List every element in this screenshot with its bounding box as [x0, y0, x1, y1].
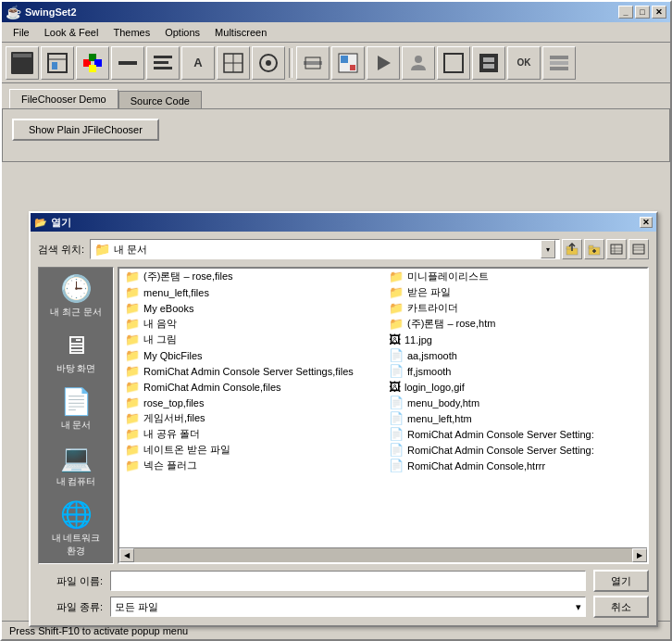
close-button[interactable]: ✕ — [652, 6, 666, 19]
list-item[interactable]: 📁 게임서버,files — [119, 410, 383, 426]
toolbar-btn-2[interactable] — [41, 46, 74, 80]
horizontal-scrollbar[interactable]: ◀ ▶ — [119, 547, 647, 562]
menu-multiscreen[interactable]: Multiscreen — [207, 25, 274, 40]
filename-input[interactable] — [110, 571, 586, 591]
up-folder-button[interactable] — [562, 239, 582, 259]
sidebar-label-documents: 내 문서 — [61, 419, 92, 432]
list-item[interactable]: 📁 받은 파일 — [383, 284, 647, 300]
file-list: 📁 (주)론탬 – rose,files 📁 미니플레이리스트 📁 menu_ — [119, 269, 647, 547]
cancel-button[interactable]: 취소 — [593, 596, 649, 618]
sidebar-item-desktop[interactable]: 🖥 바탕 화면 — [39, 324, 113, 381]
toolbar-btn-6[interactable]: A — [181, 46, 215, 80]
dialog-close-button[interactable]: ✕ — [640, 217, 653, 228]
list-item[interactable]: 📄 RomiChat Admin Console Server Setting: — [383, 426, 647, 442]
file-dialog: 📂 열기 ✕ 검색 위치: 📁 내 문서 ▾ — [29, 211, 658, 627]
content-area: FileChooser Demo Source Code Show Plain … — [2, 83, 670, 639]
toolbar-btn-16[interactable] — [542, 46, 576, 80]
list-item[interactable]: 📁 넥슨 플러그 — [119, 458, 383, 473]
list-item[interactable]: 📄 RomiChat Admin Console,htrrr — [383, 458, 647, 473]
file-name: My eBooks — [143, 303, 193, 314]
toolbar-btn-13[interactable] — [437, 46, 470, 80]
minimize-button[interactable]: _ — [618, 6, 633, 19]
file-name: 내 음악 — [143, 317, 177, 331]
create-folder-button[interactable] — [584, 239, 604, 259]
list-item[interactable]: 📄 menu_left,htm — [383, 410, 647, 426]
toolbar-btn-5[interactable] — [146, 46, 180, 80]
maximize-button[interactable]: □ — [635, 6, 650, 19]
toolbar-btn-4[interactable] — [111, 46, 144, 80]
list-item[interactable]: 📁 카트라이더 — [383, 300, 647, 316]
dialog-title-bar: 📂 열기 ✕ — [31, 213, 656, 232]
tab-filechooser[interactable]: FileChooser Demo — [9, 89, 118, 108]
title-bar-controls: _ □ ✕ — [618, 6, 666, 19]
filetype-arrow-icon[interactable]: ▾ — [576, 601, 581, 613]
menu-options[interactable]: Options — [157, 25, 207, 40]
toolbar-btn-8[interactable] — [252, 46, 285, 80]
menu-file[interactable]: File — [6, 25, 37, 40]
list-item[interactable]: 📁 menu_left,files — [119, 284, 383, 300]
list-item[interactable]: 📁 My eBooks — [119, 300, 383, 316]
toolbar-btn-15[interactable]: OK — [507, 46, 541, 80]
location-combo-text: 내 문서 — [114, 243, 541, 257]
doc-icon: 📄 — [389, 427, 404, 441]
sidebar-label-computer: 내 컴퓨터 — [56, 475, 96, 488]
list-item[interactable]: 📁 미니플레이리스트 — [383, 269, 647, 284]
sidebar-item-network[interactable]: 🌐 내 네트워크 환경 — [39, 494, 113, 563]
open-button[interactable]: 열기 — [593, 570, 649, 592]
list-item[interactable]: 📁 My QbicFiles — [119, 347, 383, 363]
scroll-left-button[interactable]: ◀ — [119, 548, 134, 562]
sidebar-item-computer[interactable]: 💻 내 컴퓨터 — [39, 437, 113, 494]
show-filechooser-button[interactable]: Show Plain JFileChooser — [12, 119, 159, 141]
toolbar-btn-7[interactable] — [217, 46, 250, 80]
list-item[interactable]: 📁 내 음악 — [119, 316, 383, 332]
view-details-button[interactable] — [628, 239, 649, 259]
folder-icon: 📁 — [125, 333, 140, 346]
list-item[interactable]: 📁 rose_top,files — [119, 395, 383, 410]
list-item[interactable]: 📁 RomiChat Admin Console,files — [119, 379, 383, 395]
scroll-track[interactable] — [134, 548, 632, 562]
toolbar-icon-8 — [257, 52, 280, 74]
menu-themes[interactable]: Themes — [106, 25, 157, 40]
window-title: SwingSet2 — [25, 6, 77, 18]
folder-icon: 📁 — [125, 364, 140, 378]
location-label: 검색 위치: — [38, 243, 84, 257]
location-dropdown-arrow[interactable]: ▾ — [541, 240, 555, 258]
list-item[interactable]: 📁 내 그림 — [119, 332, 383, 347]
view-details-icon — [632, 243, 645, 256]
file-name: RomiChat Admin Console Server Setting: — [407, 445, 594, 456]
toolbar-icon-16 — [548, 52, 570, 74]
tab-sourcecode[interactable]: Source Code — [118, 91, 202, 110]
list-item[interactable]: 📁 (주)론탬 – rose,files — [119, 269, 383, 284]
list-item[interactable]: 🖼 11.jpg — [383, 332, 647, 347]
location-combo[interactable]: 📁 내 문서 ▾ — [90, 239, 560, 259]
sidebar-item-documents[interactable]: 📄 내 문서 — [39, 381, 113, 437]
svg-rect-4 — [52, 62, 57, 69]
list-item[interactable]: 📄 RomiChat Admin Console Server Setting: — [383, 442, 647, 458]
doc-icon: 📄 — [389, 348, 404, 362]
list-item[interactable]: 🖼 login_logo,gif — [383, 379, 647, 395]
toolbar-btn-10[interactable] — [331, 46, 365, 80]
list-item[interactable]: 📄 ff,jsmooth — [383, 363, 647, 379]
list-item[interactable]: 📁 (주)론탬 – rose,htm — [383, 316, 647, 332]
toolbar-btn-11[interactable] — [367, 46, 400, 80]
toolbar-btn-1[interactable] — [6, 46, 39, 80]
file-name: (주)론탬 – rose,files — [143, 270, 233, 283]
folder-icon: 📁 — [125, 380, 140, 394]
toolbar-btn-14[interactable] — [472, 46, 505, 80]
list-item[interactable]: 📁 내 공유 폴더 — [119, 426, 383, 442]
menu-lookandfeel[interactable]: Look & Feel — [37, 25, 106, 40]
scroll-right-button[interactable]: ▶ — [632, 548, 647, 562]
svg-rect-27 — [479, 54, 498, 72]
toolbar-btn-3[interactable] — [76, 46, 109, 80]
toolbar-btn-9[interactable] — [296, 46, 330, 80]
svg-rect-22 — [350, 65, 355, 70]
toolbar-btn-12[interactable] — [402, 46, 435, 80]
view-list-button[interactable] — [606, 239, 627, 259]
title-bar-left: ☕ SwingSet2 — [6, 5, 77, 19]
filetype-combo[interactable]: 모든 파일 ▾ — [110, 597, 586, 617]
sidebar-item-recent[interactable]: 🕒 내 최근 문서 — [39, 268, 113, 324]
list-item[interactable]: 📁 네이트온 받은 파일 — [119, 442, 383, 458]
list-item[interactable]: 📄 menu_body,htm — [383, 395, 647, 410]
list-item[interactable]: 📄 aa,jsmooth — [383, 347, 647, 363]
list-item[interactable]: 📁 RomiChat Admin Console Server Settings… — [119, 363, 383, 379]
